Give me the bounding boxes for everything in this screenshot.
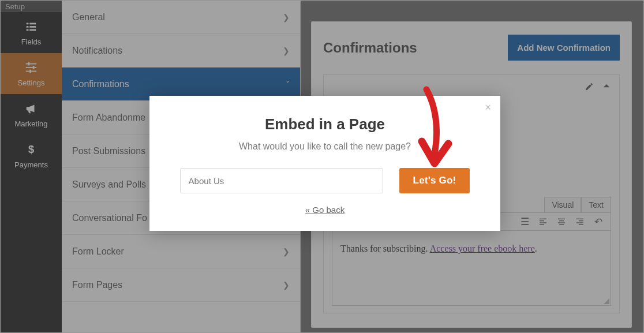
embed-modal: × Embed in a Page What would you like to… (149, 96, 500, 231)
close-icon[interactable]: × (485, 102, 491, 114)
go-back-link[interactable]: « Go back (176, 205, 474, 215)
page-name-input[interactable] (180, 168, 383, 193)
modal-title: Embed in a Page (176, 115, 474, 133)
lets-go-button[interactable]: Let's Go! (399, 168, 470, 193)
modal-subtitle: What would you like to call the new page… (176, 141, 474, 152)
